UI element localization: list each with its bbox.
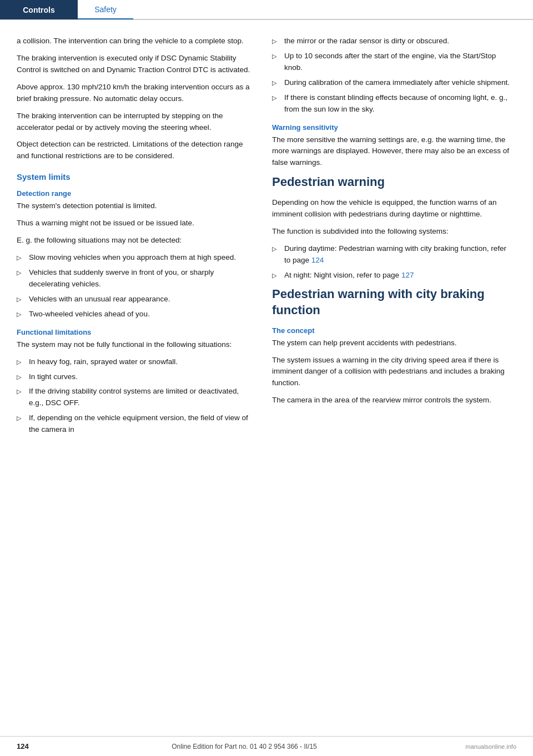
list-item: During calibration of the camera immedia… xyxy=(272,77,511,89)
pedestrian-bullet-text-2: At night: Night vision, refer to page xyxy=(284,271,401,279)
list-item: If the driving stability control systems… xyxy=(17,386,255,409)
list-item: Vehicles that suddenly swerve in front o… xyxy=(17,267,255,290)
footer-center-text: Online Edition for Part no. 01 40 2 954 … xyxy=(61,743,428,750)
pedestrian-bullet-list: During daytime: Pedestrian warning with … xyxy=(272,243,511,281)
concept-para2: The system issues a warning in the city … xyxy=(272,355,511,390)
list-item: In heavy fog, rain, sprayed water or sno… xyxy=(17,356,255,368)
functional-para1: The system may not be fully functional i… xyxy=(17,339,255,351)
pedestrian-warning-heading: Pedestrian warning xyxy=(272,174,511,190)
list-item: If, depending on the vehicle equipment v… xyxy=(17,412,255,436)
list-item: At night: Night vision, refer to page 12… xyxy=(272,270,511,281)
concept-heading: The concept xyxy=(272,326,511,335)
right-column: the mirror or the radar sensor is dirty … xyxy=(272,36,511,441)
page-link-127[interactable]: 127 xyxy=(401,271,414,279)
tab-controls[interactable]: Controls xyxy=(0,0,78,19)
list-item: If there is constant blinding effects be… xyxy=(272,92,511,115)
footer-right-text: manualsonline.info xyxy=(428,743,516,750)
ped-warning-city-heading: Pedestrian warning with city braking fun… xyxy=(272,286,511,318)
list-item: In tight curves. xyxy=(17,371,255,383)
list-item: Vehicles with an unusual rear appearance… xyxy=(17,294,255,305)
detection-para2: Thus a warning might not be issued or be… xyxy=(17,218,255,229)
functional-cont-bullet-list: the mirror or the radar sensor is dirty … xyxy=(272,36,511,115)
page-link-124[interactable]: 124 xyxy=(311,256,324,264)
tab-line-filler xyxy=(133,0,533,19)
header-tabs: Controls Safety xyxy=(0,0,533,20)
functional-bullet-list: In heavy fog, rain, sprayed water or sno… xyxy=(17,356,255,436)
intro-para2: The braking intervention is executed onl… xyxy=(17,53,255,76)
list-item: Up to 10 seconds after the start of the … xyxy=(272,51,511,74)
detection-para3: E. g. the following situations may not b… xyxy=(17,235,255,246)
intro-para1: a collision. The intervention can bring … xyxy=(17,36,255,47)
tab-safety[interactable]: Safety xyxy=(78,0,133,19)
list-item: Slow moving vehicles when you approach t… xyxy=(17,252,255,264)
detection-bullet-list: Slow moving vehicles when you approach t… xyxy=(17,252,255,320)
left-column: a collision. The intervention can bring … xyxy=(17,36,255,441)
detection-range-heading: Detection range xyxy=(17,189,255,198)
concept-para1: The ystem can help prevent accidents wit… xyxy=(272,337,511,349)
functional-limitations-heading: Functional limitations xyxy=(17,328,255,336)
list-item: Two-wheeled vehicles ahead of you. xyxy=(17,309,255,320)
pedestrian-para2: The function is subdivided into the foll… xyxy=(272,226,511,238)
detection-para1: The system's detection potential is limi… xyxy=(17,200,255,212)
system-limits-heading: System limits xyxy=(17,172,255,182)
warning-sensitivity-heading: Warning sensitivity xyxy=(272,123,511,132)
pedestrian-para1: Depending on how the vehicle is equipped… xyxy=(272,197,511,220)
main-content: a collision. The intervention can bring … xyxy=(0,20,533,458)
footer: 124 Online Edition for Part no. 01 40 2 … xyxy=(0,736,533,756)
list-item: the mirror or the radar sensor is dirty … xyxy=(272,36,511,47)
footer-page-number: 124 xyxy=(17,742,61,750)
intro-para4: The braking intervention can be interrup… xyxy=(17,110,255,134)
warning-sensitivity-para1: The more sensitive the warning settings … xyxy=(272,134,511,169)
intro-para5: Object detection can be restricted. Limi… xyxy=(17,139,255,162)
intro-para3: Above approx. 130 mph/210 km/h the braki… xyxy=(17,82,255,105)
list-item: During daytime: Pedestrian warning with … xyxy=(272,243,511,266)
concept-para3: The camera in the area of the rearview m… xyxy=(272,395,511,406)
